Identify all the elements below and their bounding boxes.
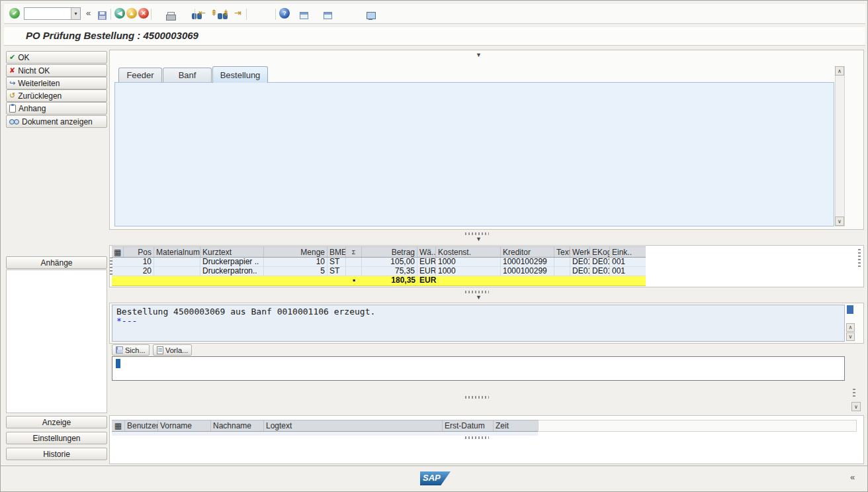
last-page-icon[interactable]: ⇥ — [234, 8, 241, 18]
items-grid-header-materialnummer[interactable]: Materialnummer — [154, 247, 200, 257]
customize-layout-icon[interactable] — [367, 12, 376, 20]
splitter-handle[interactable] — [465, 436, 489, 439]
help-icon[interactable]: ? — [279, 8, 290, 19]
note-display[interactable]: Bestellung 4500003069 aus Banf 001000110… — [112, 305, 845, 342]
cell-waehrung: EUR — [417, 267, 436, 275]
items-grid-row[interactable]: 10 Druckerpapier .. 10 ST 105,00 EUR 100… — [112, 258, 646, 267]
grid-resize-grip[interactable] — [858, 247, 861, 267]
splitter-handle[interactable] — [465, 291, 489, 293]
log-header-vorname[interactable]: Vorname — [158, 420, 211, 431]
sidebar-button-historie[interactable]: Historie — [6, 448, 107, 460]
log-header-erst-datum[interactable]: Erst-Datum — [443, 420, 494, 431]
total-currency: EUR — [417, 276, 444, 285]
command-dropdown-icon[interactable]: ▾ — [71, 8, 80, 19]
cell-kurztext: Druckerpatron.. — [200, 267, 264, 275]
tab-banf[interactable]: Banf — [163, 68, 212, 83]
page-down-icon[interactable]: ⇟ — [222, 8, 230, 18]
log-header-filler — [538, 420, 857, 432]
cell-bme: ST — [327, 258, 346, 266]
items-grid-header-kreditor[interactable]: Kreditor — [501, 247, 554, 257]
exit-icon[interactable]: ▲ — [126, 8, 137, 19]
splitter-handle[interactable] — [465, 232, 489, 235]
enter-button[interactable]: ✔ — [9, 8, 20, 19]
scroll-up-icon[interactable]: ∧ — [846, 323, 855, 332]
splitter-handle[interactable] — [465, 396, 489, 399]
status-collapse-icon[interactable]: « — [850, 472, 855, 482]
toolbar-separator — [110, 9, 111, 20]
cell-text — [554, 267, 570, 275]
items-grid-header-kurztext[interactable]: Kurztext — [200, 247, 264, 257]
cell-betrag: 75,35 — [362, 267, 417, 275]
sidebar-button-anhaenge[interactable]: Anhänge — [6, 256, 107, 269]
tab-bestellung[interactable]: Bestellung — [212, 66, 268, 83]
new-session-icon[interactable] — [300, 12, 308, 19]
page-up-icon[interactable]: ⇞ — [210, 8, 218, 18]
command-input[interactable] — [24, 8, 71, 19]
collapse-pane-icon[interactable]: ▼ — [476, 52, 482, 58]
sidebar-button-weiterleiten[interactable]: ↪ Weiterleiten — [6, 77, 107, 89]
log-grid-row-clipped[interactable] — [112, 432, 538, 436]
scroll-down-icon[interactable]: ∨ — [846, 332, 855, 341]
grid-layout-icon[interactable]: ▦ — [112, 420, 125, 431]
note-save-button[interactable]: Sich... — [112, 344, 150, 356]
items-grid-header-menge[interactable]: Menge — [264, 247, 327, 257]
sidebar-button-label: Zurücklegen — [18, 91, 62, 101]
sidebar-button-einstellungen[interactable]: Einstellungen — [6, 432, 107, 444]
display-glasses-icon — [9, 119, 19, 124]
row-selector[interactable] — [112, 267, 124, 275]
collapse-command-icon[interactable]: « — [86, 8, 91, 18]
sidebar-button-label: Anhang — [19, 104, 46, 113]
items-grid-header-pos[interactable]: Pos — [124, 247, 154, 257]
cell-ekog: DE01 — [590, 258, 610, 266]
items-grid-header-waehrung[interactable]: Wä.. — [417, 247, 436, 257]
row-selector[interactable] — [112, 258, 124, 266]
items-grid-header-ekog[interactable]: EKog — [590, 247, 610, 257]
grid-layout-icon[interactable]: ▦ — [112, 247, 124, 257]
print-icon[interactable] — [166, 12, 175, 20]
sidebar-button-zuruecklegen[interactable]: ↺ Zurücklegen — [6, 89, 107, 102]
items-grid-header-betrag[interactable]: Betrag — [362, 247, 417, 257]
items-grid-header-bme[interactable]: BME — [327, 247, 346, 257]
note-template-button[interactable]: Vorla... — [153, 344, 192, 356]
log-header-logtext[interactable]: Logtext — [264, 420, 443, 431]
first-page-icon[interactable]: ⇤ — [198, 8, 206, 18]
scroll-down-icon[interactable]: ∨ — [835, 217, 844, 226]
cell-materialnummer — [154, 267, 200, 275]
sidebar-button-ok[interactable]: ✔ OK — [6, 51, 107, 64]
command-field[interactable]: ▾ — [24, 7, 81, 20]
log-header-benutzer[interactable]: Benutzer — [125, 420, 158, 431]
scroll-down-icon[interactable]: ∨ — [851, 402, 861, 411]
cell-kreditor: 1000100299 — [501, 258, 554, 266]
items-grid-header-text[interactable]: Text — [554, 247, 570, 257]
status-bar: SAP « — [1, 466, 868, 492]
note-scrollbar-thumb[interactable] — [847, 305, 853, 314]
scroll-up-icon[interactable]: ∧ — [835, 66, 844, 75]
log-header-zeit[interactable]: Zeit — [494, 420, 538, 431]
sidebar-button-anzeige[interactable]: Anzeige — [6, 416, 107, 428]
back-icon[interactable]: ◀ — [114, 8, 125, 19]
sidebar-button-anhang[interactable]: Anhang — [6, 102, 107, 115]
grid-resize-grip[interactable] — [110, 258, 112, 275]
pane-resize-grip[interactable] — [853, 387, 855, 397]
sidebar-button-nicht-ok[interactable]: ✘ Nicht OK — [6, 64, 107, 77]
tab-feeder[interactable]: Feeder — [118, 68, 162, 83]
cancel-icon[interactable]: ✕ — [138, 8, 149, 19]
items-grid-total-row[interactable]: ▪ 180,35 EUR — [112, 276, 646, 286]
cell-sum — [346, 258, 362, 266]
items-grid-header-sum-icon[interactable]: Σ — [346, 247, 362, 257]
create-shortcut-icon[interactable] — [324, 12, 332, 19]
log-header-nachname[interactable]: Nachname — [211, 420, 264, 431]
cell-werk: DE01 — [570, 258, 590, 266]
cell-menge: 5 — [264, 267, 327, 275]
collapse-pane-icon[interactable]: ▼ — [476, 236, 482, 242]
items-grid-row[interactable]: 20 Druckerpatron.. 5 ST 75,35 EUR 1000 1… — [112, 267, 646, 276]
detail-pane-scrollbar[interactable] — [835, 66, 845, 226]
note-input[interactable] — [112, 356, 845, 381]
sidebar-button-dokument-anzeigen[interactable]: Dokument anzeigen — [6, 115, 107, 128]
title-bar: PO Prüfung Bestellung : 4500003069 — [4, 27, 865, 46]
items-grid-header-kostenstelle[interactable]: Kostenst. — [436, 247, 501, 257]
items-grid-header-werk[interactable]: Werk — [570, 247, 590, 257]
collapse-pane-icon[interactable]: ▼ — [476, 295, 482, 301]
save-icon[interactable] — [98, 11, 107, 20]
items-grid-header-eink[interactable]: Eink.. — [610, 247, 646, 257]
